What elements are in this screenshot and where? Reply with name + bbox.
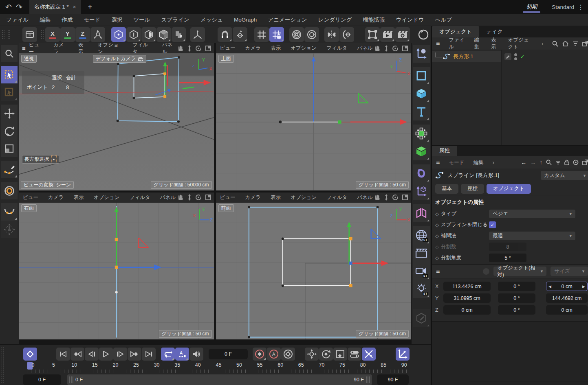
parent-object-icon[interactable]: ↑ bbox=[540, 159, 542, 166]
spline-arc-tool-button[interactable] bbox=[1, 203, 18, 221]
viewport-menu-item-1[interactable]: カメラ bbox=[245, 194, 261, 201]
panel-menu-icon[interactable]: ≡ bbox=[436, 268, 440, 275]
text-spline-button[interactable] bbox=[413, 103, 430, 120]
camera-label[interactable]: デフォルトカメラ bbox=[93, 55, 146, 63]
toolbar-grip[interactable] bbox=[2, 29, 5, 40]
menu-item-6[interactable]: スプライン bbox=[161, 16, 189, 24]
tab-attributes[interactable]: 属性 bbox=[432, 145, 457, 156]
menu-item-8[interactable]: MoGraph bbox=[234, 17, 257, 23]
attribute-tab-2[interactable]: オブジェクト bbox=[487, 184, 531, 194]
viewport-top-canvas[interactable]: Z X Y 上面 グリッド間隔 : 50 cm bbox=[216, 53, 411, 190]
popout-icon[interactable] bbox=[582, 41, 588, 46]
pan-hand-icon[interactable] bbox=[177, 45, 184, 52]
snap-magnet-button[interactable] bbox=[218, 27, 232, 42]
maximize-view-icon[interactable] bbox=[402, 194, 408, 201]
viewport-menu-item-5[interactable]: パネル bbox=[357, 45, 372, 52]
current-frame-field[interactable]: 0 F bbox=[209, 349, 248, 359]
range-end-field[interactable]: 90 F bbox=[377, 374, 409, 385]
quantize-button[interactable] bbox=[254, 27, 269, 42]
circle-spline-tool-button[interactable] bbox=[1, 182, 18, 199]
panel-menu-icon[interactable]: ≡ bbox=[436, 159, 440, 166]
menu-item-13[interactable]: ヘルプ bbox=[435, 16, 452, 24]
next-key-button[interactable] bbox=[128, 348, 141, 361]
active-tool-tag[interactable]: 長方形選択 ▸ bbox=[22, 155, 59, 164]
viewport-menu-item-3[interactable]: オプション bbox=[291, 194, 317, 201]
model-mode-button[interactable] bbox=[156, 27, 171, 42]
undo-box-button[interactable] bbox=[22, 27, 37, 42]
toolbar-grip[interactable] bbox=[41, 29, 44, 40]
attribute-field-3[interactable]: 8 bbox=[489, 243, 526, 251]
viewport-menu-item-1[interactable]: カメラ bbox=[48, 194, 64, 201]
spline-pen-tool-button[interactable] bbox=[1, 161, 18, 178]
object-settings-button[interactable] bbox=[304, 27, 319, 42]
size-z-field[interactable]: 0 cm bbox=[546, 305, 588, 315]
search-icon[interactable] bbox=[546, 160, 552, 165]
maximize-view-icon[interactable] bbox=[402, 45, 408, 52]
expand-diamond-icon[interactable]: ◇ bbox=[435, 211, 441, 217]
keying-settings-button[interactable] bbox=[281, 348, 295, 361]
coordinates-apply-icon[interactable] bbox=[483, 268, 489, 275]
layout-tab-standard[interactable]: Standard bbox=[552, 4, 574, 10]
panel-menu-icon[interactable]: ≡ bbox=[436, 40, 440, 47]
enabled-check-icon[interactable]: ✓ bbox=[520, 53, 525, 60]
menu-item-9[interactable]: アニメーション bbox=[268, 16, 307, 24]
rotate-tool-button[interactable] bbox=[1, 122, 18, 140]
points-mode-button[interactable] bbox=[111, 27, 126, 42]
size-mode-dropdown[interactable]: サイズ ▾ bbox=[551, 267, 588, 276]
viewport-menu-item-4[interactable]: フィルタ bbox=[326, 194, 347, 201]
make-editable-button[interactable] bbox=[289, 27, 304, 42]
filter-icon[interactable] bbox=[555, 160, 561, 165]
previous-key-button[interactable] bbox=[70, 348, 84, 361]
pan-hand-icon[interactable] bbox=[374, 194, 381, 201]
coordinate-system-button[interactable] bbox=[90, 27, 105, 42]
om-menu-item-0[interactable]: ファイル bbox=[449, 37, 465, 50]
orbit-icon[interactable] bbox=[195, 45, 202, 52]
dolly-zoom-icon[interactable] bbox=[187, 194, 192, 201]
viewport-menu-item-4[interactable]: フィルタ bbox=[129, 194, 150, 201]
polygons-mode-button[interactable] bbox=[141, 27, 156, 42]
previous-frame-button[interactable] bbox=[85, 348, 99, 361]
rotation-z-field[interactable]: 0 ° bbox=[498, 305, 535, 315]
attr-menu-item-1[interactable]: 編集 bbox=[473, 159, 483, 166]
expand-diamond-icon[interactable]: ◇ bbox=[435, 255, 441, 261]
light-object-button[interactable]: ST bbox=[413, 280, 430, 298]
record-active-objects-button[interactable] bbox=[253, 348, 266, 361]
tool-tag-arrow-icon[interactable]: ▸ bbox=[51, 155, 57, 163]
preview-range-slider[interactable]: 0 F 90 F bbox=[67, 374, 372, 385]
cube-primitive-button[interactable] bbox=[413, 85, 430, 103]
render-view-button[interactable] bbox=[380, 27, 395, 42]
orbit-icon[interactable] bbox=[195, 194, 202, 201]
tab-objects[interactable]: オブジェクト bbox=[432, 26, 479, 37]
lock-x-axis-button[interactable]: X bbox=[45, 27, 60, 42]
symmetry-generator-button[interactable] bbox=[413, 204, 430, 222]
attribute-field-4[interactable]: 5 ° bbox=[489, 254, 526, 262]
lock-workplane-button[interactable] bbox=[269, 27, 284, 42]
viewport-menu-icon[interactable]: ≡ bbox=[22, 45, 26, 52]
lock-y-axis-button[interactable]: Y bbox=[60, 27, 75, 42]
om-menu-item-1[interactable]: 編集 bbox=[474, 37, 482, 50]
preset-dropdown[interactable]: カスタム ▾ bbox=[541, 171, 588, 180]
menu-item-7[interactable]: メッシュ bbox=[200, 16, 223, 24]
extrude-generator-button[interactable] bbox=[413, 142, 430, 160]
material-sphere-button[interactable] bbox=[416, 27, 431, 42]
spinner-left-icon[interactable]: ◀ bbox=[548, 284, 551, 289]
record-keyframe-button[interactable] bbox=[23, 348, 37, 361]
viewport-right-canvas[interactable]: Y Z X 右面 グリッド間隔 : 50 cm bbox=[19, 203, 214, 340]
find-tool-button[interactable] bbox=[1, 45, 18, 62]
move-tool-button[interactable] bbox=[1, 105, 18, 122]
key-scale-toggle[interactable] bbox=[333, 348, 347, 361]
expand-diamond-icon[interactable]: ◇ bbox=[435, 233, 441, 239]
rotation-x-field[interactable]: 0 ° bbox=[498, 282, 535, 291]
orbit-icon[interactable] bbox=[392, 194, 399, 201]
range-start-field[interactable]: 0 F bbox=[23, 374, 61, 385]
new-tab-button[interactable]: + bbox=[85, 3, 95, 11]
visibility-dots-icon[interactable] bbox=[514, 53, 517, 60]
maximize-view-icon[interactable] bbox=[205, 194, 211, 201]
tab-takes[interactable]: テイク bbox=[479, 26, 510, 37]
attr-menu-item-0[interactable]: モード bbox=[449, 159, 464, 166]
viewport-menu-item-5[interactable]: パネル bbox=[357, 194, 372, 201]
viewport-perspective-canvas[interactable]: Y X Z 透視 デフォルトカメラ bbox=[19, 53, 214, 190]
expand-diamond-icon[interactable]: ◇ bbox=[435, 244, 441, 250]
scale-tool-button[interactable] bbox=[1, 140, 18, 157]
toolbar-grip[interactable] bbox=[7, 29, 11, 40]
